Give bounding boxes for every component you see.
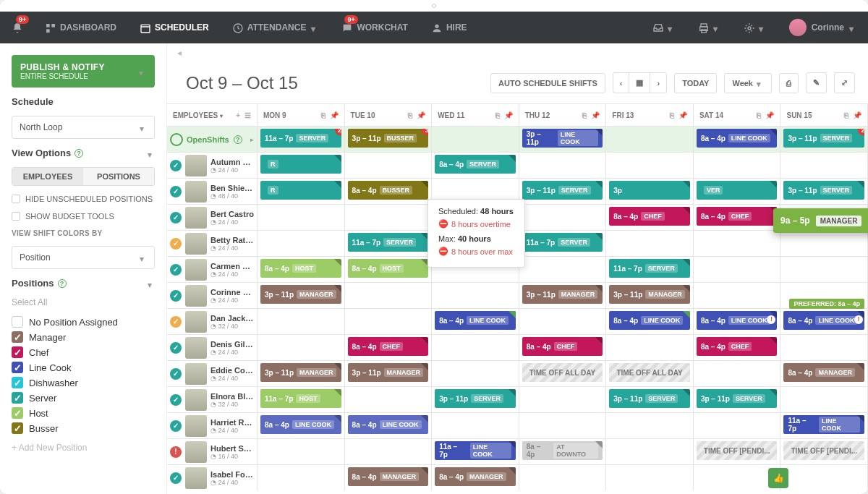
schedule-cell[interactable]: 11a – 7pLINE COOK (432, 439, 519, 464)
schedule-cell[interactable]: 3p – 11pSERVER (780, 179, 868, 204)
filter-icon[interactable]: ☰ (244, 111, 251, 119)
shift-block[interactable]: 8a – 4pLINE COOK (260, 415, 341, 434)
shift-block[interactable]: 8a – 4pLINE COOK! (697, 311, 778, 330)
position-item[interactable]: ✓Dishwasher (12, 377, 155, 388)
schedule-cell[interactable]: 8a – 4pLINE COOK (694, 127, 781, 152)
shift-block[interactable]: 8a – 4pCHEF (609, 207, 690, 226)
view-segment[interactable]: EMPLOYEES POSITIONS (12, 167, 155, 186)
employee-cell[interactable]: ✓Isabel Foster◔ 24 / 40 (167, 465, 258, 490)
employee-cell[interactable]: ✓Ben Shields◔ 48 / 40 (167, 179, 258, 204)
auto-schedule-button[interactable]: AUTO SCHEDULE SHIFTS (490, 73, 605, 93)
shift-block[interactable]: 8a – 4pCHEF (697, 207, 778, 226)
prev-button[interactable]: ‹ (613, 72, 630, 93)
schedule-cell[interactable]: 3p (606, 179, 694, 204)
schedule-cell[interactable] (519, 153, 607, 178)
schedule-cell[interactable]: VER (694, 179, 781, 204)
shift-block[interactable]: TIME OFF ALL DAY (609, 363, 690, 382)
schedule-cell[interactable] (694, 231, 781, 256)
shift-block[interactable]: 3p – 11pSERVER (697, 389, 778, 408)
chevron-down-icon[interactable] (148, 280, 155, 287)
shift-block[interactable]: 8a – 4pLINE COOK! (783, 311, 864, 330)
position-item[interactable]: ✓Line Cook (12, 362, 155, 373)
fullscreen-button[interactable]: ⤢ (834, 72, 855, 93)
schedule-cell[interactable]: 8a – 4pLINE COOK (432, 309, 519, 334)
chevron-down-icon[interactable] (148, 150, 155, 157)
shift-block[interactable]: 8a – 4pHOST (260, 259, 341, 278)
schedule-cell[interactable]: 8a – 4pSERVER (432, 153, 519, 178)
schedule-cell[interactable]: 3p – 11pSERVER (519, 179, 607, 204)
schedule-cell[interactable]: 3p – 11pMANAGER (258, 361, 345, 386)
schedule-cell[interactable]: 8a – 4pBUSSER (345, 179, 433, 204)
copy-icon[interactable]: ⎘ (408, 111, 412, 119)
schedule-cell[interactable]: 8a – 4pLINE COOK (345, 413, 433, 438)
schedule-cell[interactable] (780, 231, 868, 256)
employee-cell[interactable]: ✓Harriet Roberts◔ 24 / 40 (167, 413, 258, 438)
pin-icon[interactable]: 📌 (678, 111, 687, 119)
schedule-cell[interactable]: R (258, 153, 345, 178)
add-icon[interactable]: + (236, 111, 240, 119)
schedule-cell[interactable] (345, 439, 433, 464)
schedule-cell[interactable]: 3p – 11pSERVER (694, 387, 781, 412)
schedule-cell[interactable] (606, 439, 694, 464)
schedule-cell[interactable]: 3p – 11pMANAGER (519, 283, 607, 308)
shift-block[interactable]: 3p – 11pBUSSER3 (348, 129, 429, 148)
schedule-cell[interactable] (519, 205, 607, 230)
pin-icon[interactable]: 📌 (853, 111, 861, 119)
shift-block[interactable]: 3p – 11pMANAGER (522, 285, 603, 304)
schedule-cell[interactable] (432, 335, 519, 360)
employee-cell[interactable]: !Hubert Scott◔ 16 / 40 (167, 439, 258, 464)
shift-block[interactable]: 11a – 7pHOST (260, 389, 341, 408)
help-icon[interactable]: ? (75, 149, 83, 158)
pin-icon[interactable]: 📌 (417, 111, 425, 119)
pin-icon[interactable]: 📌 (765, 111, 774, 119)
shift-block[interactable]: R (260, 155, 341, 174)
schedule-cell[interactable] (606, 231, 694, 256)
nav-user[interactable]: Corinne (778, 12, 868, 43)
schedule-cell[interactable] (606, 335, 694, 360)
schedule-cell[interactable]: 8a – 4pCHEF (694, 335, 781, 360)
schedule-cell[interactable]: 11a – 7pSERVER2 (258, 127, 345, 152)
schedule-cell[interactable] (694, 283, 781, 308)
schedule-select[interactable]: North Loop (12, 116, 155, 139)
schedule-cell[interactable]: 3p – 11pMANAGER (258, 283, 345, 308)
nav-hire[interactable]: HIRE (420, 12, 479, 43)
schedule-cell[interactable] (519, 387, 607, 412)
schedule-cell[interactable] (694, 153, 781, 178)
schedule-cell[interactable] (519, 257, 607, 282)
shift-block[interactable]: 3p – 11pSERVER (609, 389, 690, 408)
schedule-cell[interactable] (432, 361, 519, 386)
schedule-cell[interactable] (606, 127, 694, 152)
schedule-cell[interactable] (780, 465, 868, 490)
shift-block[interactable]: VER (697, 181, 778, 200)
employee-cell[interactable]: ✓Corinne Garris...◔ 24 / 40 (167, 283, 258, 308)
employee-cell[interactable]: ✓Eddie Combs◔ 24 / 40 (167, 361, 258, 386)
schedule-cell[interactable]: 11a – 7pLINE COOK (780, 413, 868, 438)
schedule-cell[interactable] (606, 413, 694, 438)
shift-block[interactable]: 3p – 11pLINE COOK (522, 129, 603, 148)
shift-block[interactable]: 8a – 4pCHEF (522, 337, 603, 356)
schedule-cell[interactable]: 3p – 11pLINE COOK (519, 127, 607, 152)
copy-icon[interactable]: ⎘ (495, 111, 500, 119)
schedule-cell[interactable]: 11a – 7pSERVER (519, 231, 607, 256)
copy-icon[interactable]: ⎘ (321, 111, 326, 119)
seg-employees[interactable]: EMPLOYEES (12, 168, 83, 185)
shift-block[interactable]: TIME OFF [PENDI... (697, 441, 778, 460)
shift-block[interactable]: 8a – 4pLINE COOK (697, 129, 778, 148)
schedule-cell[interactable] (258, 465, 345, 490)
schedule-cell[interactable]: 3p – 11pSERVER2 (780, 127, 868, 152)
nav-attendance[interactable]: ATTENDANCE (221, 12, 331, 43)
shift-block[interactable]: TIME OFF [PENDI... (783, 441, 864, 460)
schedule-cell[interactable]: 8a – 4pCHEF (606, 205, 694, 230)
shift-block[interactable]: 8a – 4pBUSSER (348, 181, 429, 200)
pin-icon[interactable]: 📌 (330, 111, 339, 119)
schedule-cell[interactable]: TIME OFF ALL DAY (519, 361, 607, 386)
openshifts-cell[interactable]: OpenShifts ?▸ (167, 127, 258, 152)
shift-block[interactable]: 8a – 4pLINE COOK (609, 311, 690, 330)
shift-block[interactable]: 3p – 11pMANAGER (260, 363, 341, 382)
nav-dashboard[interactable]: DASHBOARD (33, 12, 128, 43)
feedback-button[interactable]: 👍 (768, 468, 788, 488)
shift-block[interactable]: 3p – 11pSERVER2 (783, 129, 864, 148)
range-select[interactable]: Week (724, 73, 772, 93)
schedule-cell[interactable] (345, 309, 433, 334)
copy-icon[interactable]: ⎘ (844, 111, 848, 119)
